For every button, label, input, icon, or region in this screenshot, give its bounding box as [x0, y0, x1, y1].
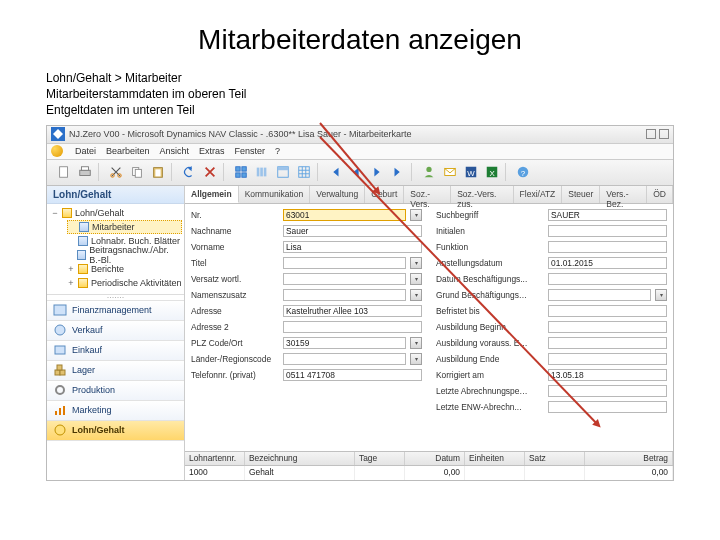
module-lager[interactable]: Lager [47, 361, 184, 381]
dropdown-button[interactable]: ▾ [410, 353, 422, 365]
tab-allgemein[interactable]: Allgemein [185, 186, 239, 203]
tree-item-periodisch[interactable]: +Periodische Aktivitäten [67, 276, 182, 290]
undo-icon[interactable] [180, 163, 198, 181]
tab-steuer[interactable]: Steuer [562, 186, 600, 203]
svg-point-29 [55, 325, 65, 335]
menu-ansicht[interactable]: Ansicht [160, 146, 190, 156]
field-input[interactable]: 30159 [283, 337, 406, 349]
gh-bezeichnung[interactable]: Bezeichnung [245, 452, 355, 465]
field-input[interactable] [548, 321, 667, 333]
nav-first-icon[interactable] [326, 163, 344, 181]
field-input[interactable] [548, 225, 667, 237]
module-einkauf[interactable]: Einkauf [47, 341, 184, 361]
field-input[interactable] [548, 289, 651, 301]
field-input[interactable] [548, 353, 667, 365]
field-input[interactable]: Kastelruther Allee 103 [283, 305, 422, 317]
tree-item-mitarbeiter[interactable]: Mitarbeiter [67, 220, 182, 234]
module-list: Finanzmanagement Verkauf Einkauf Lager P… [47, 301, 184, 480]
grid-row[interactable]: 1000 Gehalt 0,00 0,00 [185, 466, 673, 480]
field-input[interactable]: Lisa [283, 241, 422, 253]
nav-last-icon[interactable] [389, 163, 407, 181]
field-input[interactable]: SAUER [548, 209, 667, 221]
minimize-button[interactable] [646, 129, 656, 139]
dropdown-button[interactable]: ▾ [410, 337, 422, 349]
field-input[interactable] [548, 273, 667, 285]
gc-datum: 0,00 [405, 466, 465, 480]
new-doc-icon[interactable] [55, 163, 73, 181]
field-input[interactable] [548, 337, 667, 349]
field-label: Korrigiert am [436, 370, 544, 380]
tab-kommunikation[interactable]: Kommunikation [239, 186, 311, 203]
cut-icon[interactable] [107, 163, 125, 181]
gh-satz[interactable]: Satz [525, 452, 585, 465]
field-input[interactable]: 0511 471708 [283, 369, 422, 381]
nav-next-icon[interactable] [368, 163, 386, 181]
field-right-7: Ausbildung Beginn [436, 320, 667, 334]
field-input[interactable]: 01.01.2015 [548, 257, 667, 269]
field-input[interactable] [283, 273, 406, 285]
field-input[interactable]: Sauer [283, 225, 422, 237]
dropdown-button[interactable]: ▾ [655, 289, 667, 301]
svg-rect-37 [63, 406, 65, 415]
maximize-button[interactable] [659, 129, 669, 139]
field-input[interactable] [548, 305, 667, 317]
field-input[interactable] [283, 321, 422, 333]
paste-icon[interactable] [149, 163, 167, 181]
menu-datei[interactable]: Datei [75, 146, 96, 156]
columns-icon[interactable] [253, 163, 271, 181]
field-input[interactable] [283, 353, 406, 365]
dropdown-button[interactable]: ▾ [410, 209, 422, 221]
tab-sozvers[interactable]: Soz.-Vers. [404, 186, 451, 203]
mail-icon[interactable] [441, 163, 459, 181]
excel-icon[interactable]: X [483, 163, 501, 181]
svg-rect-18 [278, 167, 289, 171]
field-input[interactable]: 13.05.18 [548, 369, 667, 381]
tab-flexi[interactable]: Flexi/ATZ [514, 186, 563, 203]
menu-help[interactable]: ? [275, 146, 280, 156]
tab-sozvers-zus[interactable]: Soz.-Vers. zus. [451, 186, 513, 203]
print-icon[interactable] [76, 163, 94, 181]
menu-bearbeiten[interactable]: Bearbeiten [106, 146, 150, 156]
dropdown-button[interactable]: ▾ [410, 257, 422, 269]
tree-root[interactable]: −Lohn/Gehalt [51, 206, 182, 220]
module-lohn-gehalt[interactable]: Lohn/Gehalt [47, 421, 184, 441]
menu-fenster[interactable]: Fenster [235, 146, 266, 156]
grid-icon[interactable] [295, 163, 313, 181]
tab-versbez[interactable]: Vers.-Bez. [600, 186, 647, 203]
word-icon[interactable]: W [462, 163, 480, 181]
gh-tage[interactable]: Tage [355, 452, 405, 465]
field-left-5: Namenszusatz▾ [191, 288, 422, 302]
tab-oed[interactable]: ÖD [647, 186, 673, 203]
description: Lohn/Gehalt > Mitarbeiter Mitarbeitersta… [46, 70, 720, 119]
layout-icon[interactable] [274, 163, 292, 181]
tree-item-beitrags[interactable]: Beitragsnachw./Abr. B.-Bl. [67, 248, 182, 262]
module-produktion[interactable]: Produktion [47, 381, 184, 401]
module-marketing[interactable]: Marketing [47, 401, 184, 421]
svg-rect-33 [57, 365, 62, 370]
field-label: Titel [191, 258, 279, 268]
gh-betrag[interactable]: Betrag [585, 452, 673, 465]
field-input[interactable]: 63001 [283, 209, 406, 221]
form: Nr.63001▾NachnameSauerVornameLisaTitel▾V… [185, 204, 673, 451]
delete-icon[interactable] [201, 163, 219, 181]
field-right-1: Initialen [436, 224, 667, 238]
tab-verwaltung[interactable]: Verwaltung [310, 186, 365, 203]
help-icon[interactable]: ? [514, 163, 532, 181]
module-finanzmanagement[interactable]: Finanzmanagement [47, 301, 184, 321]
gh-einheiten[interactable]: Einheiten [465, 452, 525, 465]
field-input[interactable] [283, 289, 406, 301]
windows-icon[interactable] [232, 163, 250, 181]
field-input[interactable] [283, 257, 406, 269]
form-left-col: Nr.63001▾NachnameSauerVornameLisaTitel▾V… [191, 208, 422, 447]
menu-extras[interactable]: Extras [199, 146, 225, 156]
user-icon[interactable] [420, 163, 438, 181]
field-input[interactable] [548, 401, 667, 413]
dropdown-button[interactable]: ▾ [410, 273, 422, 285]
copy-icon[interactable] [128, 163, 146, 181]
gh-lohnart[interactable]: Lohnartennr. [185, 452, 245, 465]
field-right-4: Datum Beschäftigungs... [436, 272, 667, 286]
field-input[interactable] [548, 241, 667, 253]
module-verkauf[interactable]: Verkauf [47, 321, 184, 341]
gh-datum[interactable]: Datum [405, 452, 465, 465]
dropdown-button[interactable]: ▾ [410, 289, 422, 301]
